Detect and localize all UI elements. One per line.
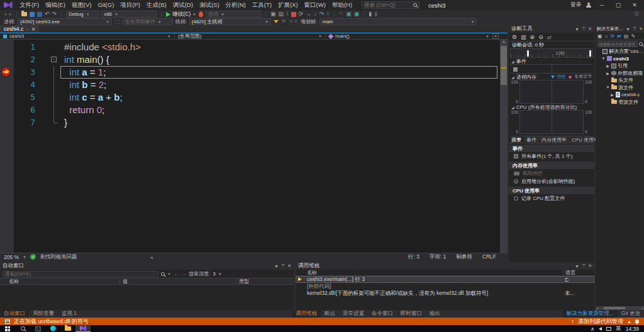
outline-margin[interactable]	[43, 116, 64, 129]
timeline-handle-right[interactable]	[589, 50, 591, 57]
debug-tests-icon[interactable]: ▣	[354, 11, 360, 18]
outline-margin[interactable]	[43, 79, 64, 91]
save-icon[interactable]	[30, 12, 35, 17]
stack-frame-row[interactable]: ceshi3.exe!main(...) 行 3C	[296, 276, 594, 283]
close-icon[interactable]: ✕	[287, 263, 291, 268]
zoom-out-icon[interactable]: ⊖	[538, 34, 543, 40]
home-icon[interactable]: ⌂	[605, 33, 608, 39]
breakpoints-window-icon[interactable]: ▣	[270, 11, 276, 18]
expand-icon[interactable]: +	[492, 33, 499, 39]
stack-frame-row[interactable]: kernel32.dll![下面的框架可能不正确和/或缺失，没有为 kernel…	[296, 290, 594, 297]
panel-tab[interactable]: Git 更改	[618, 310, 644, 318]
code-line[interactable]: 1#include <stdio.h>	[0, 41, 508, 53]
tree-item[interactable]: 解决方案"ceshi3"(1 个项	[596, 48, 644, 55]
menu-item[interactable]: 编辑(E)	[42, 1, 69, 9]
outline-margin[interactable]: -	[43, 53, 64, 66]
collapse-health-icon[interactable]: ◂	[150, 254, 153, 260]
code-line[interactable]: 2-int main() {	[0, 53, 508, 66]
expander-right-icon[interactable]: ▶	[606, 64, 610, 68]
sync-icon[interactable]: ⇄	[617, 33, 621, 39]
visual-studio-taskbar-button[interactable]	[75, 325, 91, 332]
tree-item[interactable]: ▼源文件	[596, 84, 644, 92]
fold-collapse-icon[interactable]: -	[51, 57, 57, 62]
breadcrumb-project[interactable]: ceshi3▼	[0, 33, 175, 39]
undo-icon[interactable]: ↶	[45, 11, 50, 18]
close-tab-icon[interactable]: ✕	[31, 26, 36, 32]
events-track[interactable]	[510, 64, 593, 74]
language-column-header[interactable]: 语言	[563, 269, 594, 276]
run-tests-icon[interactable]: ▣	[346, 11, 352, 18]
redo-icon[interactable]: ↷	[52, 11, 57, 18]
task-view-button[interactable]	[30, 325, 45, 332]
edge-button[interactable]	[45, 325, 60, 332]
code-line[interactable]: 6 return 0;	[0, 104, 508, 116]
autos-title-bar[interactable]: 自动窗口 ▼ ⊤ ✕	[0, 262, 294, 270]
stack-frame-dropdown[interactable]: main▼	[319, 18, 477, 25]
expander-right-icon[interactable]: ▶	[610, 92, 614, 97]
search-input[interactable]	[364, 2, 413, 8]
push-icon[interactable]: ↑	[572, 318, 575, 324]
breakpoint-gutter[interactable]	[0, 66, 14, 79]
panel-tab[interactable]: 监视 1	[58, 310, 80, 318]
file-explorer-button[interactable]	[60, 325, 75, 332]
memory-section-header[interactable]: ◢进程内存 快照 专用字节	[509, 74, 594, 80]
menu-item[interactable]: 文件(F)	[16, 1, 42, 9]
pin-icon[interactable]: ◦	[26, 27, 28, 31]
panel-tab[interactable]: 局部变量	[29, 310, 58, 318]
configuration-dropdown[interactable]: Debug▼	[66, 11, 99, 18]
menu-item[interactable]: 分析(N)	[223, 1, 249, 9]
window-menu-icon[interactable]: ▼	[626, 27, 630, 31]
tree-item[interactable]: 头文件	[596, 77, 644, 84]
ime-indicator[interactable]: 英	[616, 325, 621, 332]
pin-icon[interactable]: ⊤	[582, 263, 586, 268]
solution-search-input[interactable]	[597, 41, 638, 47]
minimize-button[interactable]: ─	[596, 2, 608, 8]
depth-dropdown-icon[interactable]: ▼	[218, 272, 222, 276]
menu-item[interactable]: 扩展(X)	[275, 1, 301, 9]
panel-tab[interactable]: 即时窗口	[397, 310, 426, 318]
diagnostics-tab[interactable]: 摘要	[509, 136, 524, 143]
outline-margin[interactable]	[43, 104, 64, 116]
show-next-statement-icon[interactable]: →	[306, 11, 311, 18]
open-file-icon[interactable]	[21, 12, 27, 16]
collapse-all-icon[interactable]: ▤	[624, 33, 629, 39]
reset-view-icon[interactable]: ▱	[547, 34, 552, 40]
diagnostics-window-icon[interactable]: ▤	[278, 11, 284, 18]
menu-item[interactable]: 测试(S)	[196, 1, 223, 9]
settings-icon[interactable]: ⚙	[512, 34, 517, 40]
quick-search-box[interactable]	[362, 1, 419, 9]
record-cpu-link[interactable]: 记录 CPU 配置文件	[509, 194, 594, 202]
window-menu-icon[interactable]: ▼	[274, 264, 279, 268]
step-into-icon[interactable]: ↓	[314, 11, 317, 18]
restart-icon[interactable]: ⟳	[299, 11, 304, 18]
breakpoint-gutter[interactable]	[0, 91, 14, 104]
expander-right-icon[interactable]: ▶	[606, 71, 610, 75]
close-button[interactable]: ✕	[629, 2, 640, 8]
solution-explorer-title-bar[interactable]: 解决方案资源管理器 ▼ ⊤ ✕	[596, 25, 644, 33]
events-section-header[interactable]: ◢事件	[509, 58, 594, 64]
timeline-handle-left[interactable]	[527, 50, 529, 57]
tree-item[interactable]: ▶引用	[596, 62, 644, 70]
breakpoint-gutter[interactable]	[0, 104, 14, 116]
breakpoint-gutter[interactable]	[0, 53, 14, 66]
window-menu-icon[interactable]: ▼	[575, 27, 579, 31]
name-column-header[interactable]: 名称	[296, 269, 563, 276]
panel-tab[interactable]: 断点	[321, 310, 339, 318]
outline-margin[interactable]	[43, 66, 64, 79]
tab-ceshi4-c[interactable]: ceshi4.c ◦ ✕	[0, 25, 39, 33]
stack-frame-row[interactable]: [外部代码]	[296, 283, 594, 290]
enable-heap-link[interactable]: 启用堆分析(会影响性能)	[509, 177, 594, 185]
breadcrumb-member[interactable]: main()▼	[326, 33, 492, 39]
breakpoint-gutter[interactable]	[0, 41, 14, 53]
step-over-icon[interactable]: ↷	[319, 11, 325, 18]
notifications-bell-icon[interactable]	[635, 319, 639, 323]
panel-tab[interactable]: 调用堆栈	[292, 310, 321, 318]
properties-icon[interactable]: ✎	[631, 33, 635, 39]
display-icon[interactable]	[606, 327, 611, 331]
save-all-icon[interactable]	[37, 12, 42, 17]
next-bookmark-icon[interactable]: ▮	[374, 11, 377, 18]
code-cleanup-icon[interactable]: ✎	[339, 11, 344, 18]
editor-vertical-scrollbar[interactable]: ▲	[500, 40, 508, 253]
thread-dropdown[interactable]: [4820] 主线程▼	[189, 18, 271, 25]
hot-reload-icon[interactable]	[199, 11, 203, 17]
